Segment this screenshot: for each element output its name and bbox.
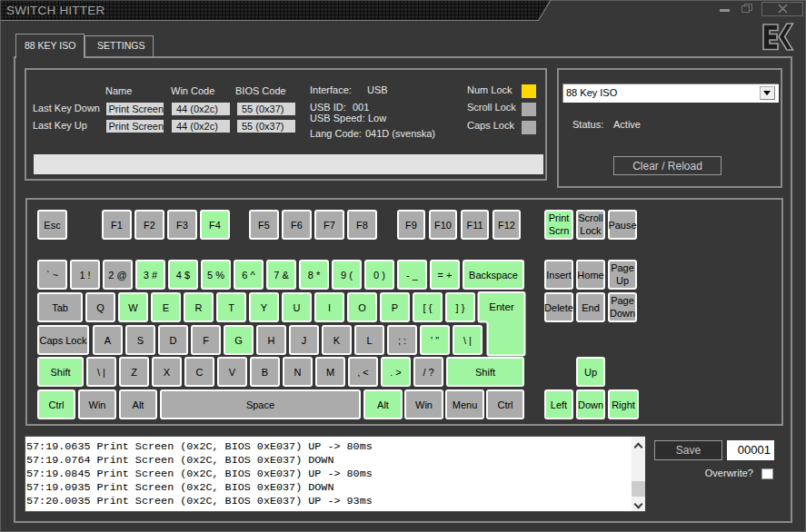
svg-text:Enter: Enter bbox=[489, 301, 514, 312]
